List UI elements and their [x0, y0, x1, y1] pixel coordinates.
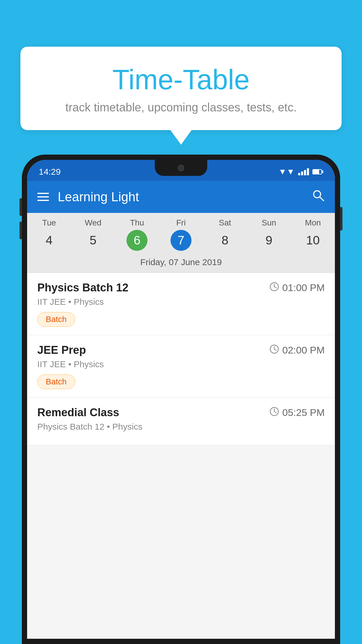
- schedule-item-0[interactable]: Physics Batch 12 01:00 PM IIT JEE • Phys…: [27, 273, 335, 335]
- day-number: 4: [38, 230, 59, 251]
- item-badge: Batch: [37, 312, 75, 327]
- day-number: 8: [215, 230, 236, 251]
- day-col-6[interactable]: Thu 6: [115, 218, 159, 251]
- phone-side-btn-vol-up: [20, 198, 22, 216]
- day-col-8[interactable]: Sat 8: [203, 218, 247, 251]
- day-col-7[interactable]: Fri 7: [159, 218, 203, 251]
- bubble-title: Time-Table: [35, 64, 327, 95]
- day-name: Sat: [203, 218, 247, 228]
- phone-screen: 14:29 ▼▼: [27, 160, 335, 639]
- speech-bubble: Time-Table track timetable, upcoming cla…: [20, 47, 342, 130]
- phone-side-btn-power: [340, 207, 342, 230]
- selected-date-label: Friday, 07 June 2019: [27, 253, 335, 273]
- item-header: Physics Batch 12 01:00 PM: [37, 281, 325, 294]
- calendar-strip: Tue 4 Wed 5 Thu 6 Fri 7 Sat 8 Sun 9 Mon …: [27, 213, 335, 273]
- phone-side-btn-vol-down: [20, 222, 22, 239]
- item-time: 02:00 PM: [269, 344, 325, 356]
- item-title: Physics Batch 12: [37, 281, 129, 294]
- schedule-item-2[interactable]: Remedial Class 05:25 PM Physics Batch 12…: [27, 398, 335, 445]
- day-number: 6: [126, 230, 147, 251]
- day-name: Fri: [159, 218, 203, 228]
- day-number: 7: [171, 230, 191, 251]
- item-subtitle: Physics Batch 12 • Physics: [37, 422, 325, 432]
- day-col-4[interactable]: Tue 4: [27, 218, 71, 251]
- item-badge: Batch: [37, 374, 75, 389]
- svg-line-7: [274, 349, 276, 350]
- item-title: Remedial Class: [37, 406, 119, 419]
- schedule-item-1[interactable]: JEE Prep 02:00 PM IIT JEE • Physics Batc…: [27, 335, 335, 398]
- clock-icon: [269, 407, 279, 419]
- days-row: Tue 4 Wed 5 Thu 6 Fri 7 Sat 8 Sun 9 Mon …: [27, 213, 335, 253]
- svg-line-4: [274, 287, 276, 288]
- clock-icon: [269, 344, 279, 356]
- schedule-list: Physics Batch 12 01:00 PM IIT JEE • Phys…: [27, 273, 335, 445]
- speech-bubble-container: Time-Table track timetable, upcoming cla…: [20, 47, 342, 130]
- day-name: Sun: [247, 218, 291, 228]
- phone-wrapper: 14:29 ▼▼: [22, 155, 340, 644]
- phone-outer: 14:29 ▼▼: [22, 155, 340, 644]
- clock-icon: [269, 282, 279, 294]
- search-icon[interactable]: [312, 189, 325, 205]
- menu-line-3: [37, 200, 49, 201]
- phone-notch: [155, 160, 207, 176]
- item-header: JEE Prep 02:00 PM: [37, 344, 325, 356]
- item-time: 05:25 PM: [269, 407, 325, 419]
- svg-line-10: [274, 412, 276, 413]
- day-number: 9: [259, 230, 280, 251]
- day-name: Tue: [27, 218, 71, 228]
- menu-button[interactable]: [37, 193, 49, 201]
- day-col-9[interactable]: Sun 9: [247, 218, 291, 251]
- item-title: JEE Prep: [37, 344, 86, 356]
- day-col-5[interactable]: Wed 5: [71, 218, 115, 251]
- app-bar: Learning Light: [27, 181, 335, 213]
- svg-point-0: [314, 191, 321, 198]
- app-bar-title: Learning Light: [58, 190, 312, 204]
- item-time: 01:00 PM: [269, 282, 325, 294]
- day-name: Wed: [71, 218, 115, 228]
- day-name: Mon: [291, 218, 335, 228]
- menu-line-2: [37, 196, 49, 197]
- battery-icon: [312, 169, 323, 174]
- item-header: Remedial Class 05:25 PM: [37, 406, 325, 419]
- bubble-subtitle: track timetable, upcoming classes, tests…: [35, 101, 327, 114]
- wifi-icon: ▼▼: [279, 167, 295, 176]
- menu-line-1: [37, 193, 49, 194]
- day-number: 10: [303, 230, 324, 251]
- svg-line-1: [320, 197, 324, 201]
- status-time: 14:29: [39, 167, 61, 177]
- camera-dot: [178, 165, 184, 171]
- day-name: Thu: [115, 218, 159, 228]
- status-icons: ▼▼: [279, 167, 323, 176]
- day-col-10[interactable]: Mon 10: [291, 218, 335, 251]
- item-subtitle: IIT JEE • Physics: [37, 297, 325, 307]
- day-number: 5: [82, 230, 103, 251]
- signal-icon: [298, 168, 309, 175]
- item-subtitle: IIT JEE • Physics: [37, 359, 325, 369]
